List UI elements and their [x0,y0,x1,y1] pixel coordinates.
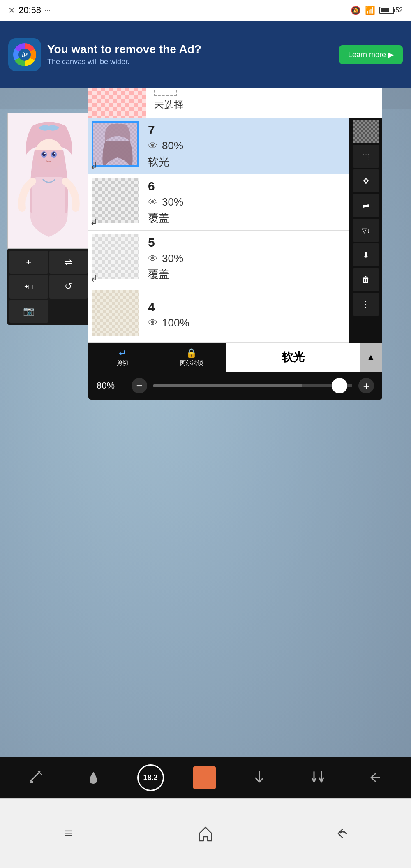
close-icon: ✕ [8,5,15,15]
arrow-down-button[interactable] [245,763,274,792]
ad-subtitle: The canvas will be wider. [47,58,333,66]
layer-5-opacity: 30% [162,252,183,265]
merge-button[interactable]: ▽↓ [353,219,379,242]
layer-panel-bottom-bar: ↵ 剪切 🔒 阿尔法锁 软光 ▲ [88,343,382,372]
arrow-down-alt-button[interactable] [303,763,332,792]
layer-6-thumb-inner [92,178,139,223]
opacity-fill [153,384,302,387]
ad-banner: iP You want to remove the Ad? The canvas… [0,21,411,88]
svg-rect-2 [32,177,65,218]
blend-mode-display[interactable]: 软光 [226,343,360,372]
add-shape-button[interactable]: +□ [9,275,48,298]
opacity-slider-section: 80% − + [88,372,382,400]
layer-4-thumb [88,287,142,342]
ad-logo: iP [8,38,41,71]
layer-5-eye-row: 👁 30% [148,252,343,265]
home-button[interactable] [189,817,222,850]
checker-pattern-button[interactable] [353,120,379,143]
layer-4-visibility-icon[interactable]: 👁 [148,317,158,329]
opacity-decrease-button[interactable]: − [132,378,147,393]
layer-6-number: 6 [148,179,343,193]
clip-label: 剪切 [117,359,128,367]
opacity-increase-button[interactable]: + [358,378,374,393]
system-nav-bar: ≡ [0,798,411,868]
status-bar: ✕ 20:58 ··· 🔕 📶 52 [0,0,411,21]
layer-7-visibility-icon[interactable]: 👁 [148,140,158,152]
status-time: 20:58 [18,5,41,16]
right-tools-panel: ⬚ ✥ ⇌ ▽↓ ⬇ 🗑 ⋮ [349,118,382,343]
delete-button[interactable]: 🗑 [353,268,379,291]
menu-button[interactable]: ≡ [52,817,85,850]
color-swatch[interactable] [193,766,216,789]
layer-5-blend: 覆盖 [148,267,343,282]
alpha-lock-button[interactable]: 🔒 阿尔法锁 [157,343,226,372]
app-bottom-toolbar: 18.2 [0,757,411,798]
flip-horizontal-button[interactable]: ⇌ [353,194,379,217]
opacity-value: 80% [97,380,125,391]
battery-indicator: 52 [379,7,403,14]
layer-4-number: 4 [148,300,343,314]
alpha-lock-icon: 🔒 [186,348,197,359]
svg-point-7 [44,153,46,154]
svg-marker-14 [30,781,33,783]
layer-5-clip-arrow: ↲ [90,273,97,284]
layer-row-4[interactable]: 4 👁 100% [88,287,349,343]
mini-tools-panel: + ⇌ +□ ↺ 📷 [7,249,90,325]
layer-6-visibility-icon[interactable]: 👁 [148,197,158,208]
layer-preview-panel [7,113,90,249]
clip-button[interactable]: ↵ 剪切 [88,343,157,372]
layer-6-clip-arrow: ↲ [90,217,97,228]
clip-icon: ↵ [119,348,126,359]
ad-text-block: You want to remove the Ad? The canvas wi… [47,43,333,66]
layer-7-details: 7 👁 80% 软光 [142,118,349,174]
unselected-label: 未选择 [154,98,374,111]
layer-5-thumb-inner [92,234,139,279]
layer-7-thumb-inner [92,121,139,167]
flip-button[interactable]: ⇌ [49,251,88,274]
layer-row-6[interactable]: ↲ 6 👁 30% 覆盖 [88,174,349,231]
opacity-knob[interactable] [332,378,347,393]
wifi-icon: 📶 [365,5,375,15]
ad-logo-text: iP [18,49,31,61]
layer-7-opacity: 80% [162,139,183,152]
layer-4-thumb-inner [92,290,139,336]
layer-row-5[interactable]: ↲ 5 👁 30% 覆盖 [88,231,349,287]
alpha-lock-label: 阿尔法锁 [180,359,203,367]
layers-list: ↲ 7 👁 80% 软光 [88,118,349,343]
preview-image [8,113,90,249]
back-arrow-button[interactable] [361,763,390,792]
notification-icon: 🔕 [351,5,361,15]
reference-button[interactable]: ⬚ [353,145,379,168]
add-layer-button[interactable]: + [9,251,48,274]
empty-cell [49,300,88,323]
move-button[interactable]: ✥ [353,169,379,192]
layer-7-eye-row: 👁 80% [148,139,343,152]
layer-6-opacity: 30% [162,196,183,208]
ad-title: You want to remove the Ad? [47,43,333,56]
brush-size-indicator[interactable]: 18.2 [137,764,164,791]
svg-line-13 [31,772,40,781]
layer-6-blend: 覆盖 [148,211,343,225]
layer-7-thumb: ↲ [88,118,142,174]
battery-level: 52 [395,7,403,14]
camera-button[interactable]: 📷 [9,300,48,323]
more-options-button[interactable]: ⋮ [353,293,379,316]
layer-5-number: 5 [148,236,343,250]
layer-6-eye-row: 👁 30% [148,196,343,208]
rotate-button[interactable]: ↺ [49,275,88,298]
move-down-button[interactable]: ⬇ [353,243,379,266]
layer-5-visibility-icon[interactable]: 👁 [148,253,158,264]
status-dots: ··· [44,6,51,15]
layer-4-opacity: 100% [162,317,189,329]
brush-tool-button[interactable] [21,763,50,792]
layer-4-details: 4 👁 100% [142,287,349,342]
layer-5-thumb: ↲ [88,231,142,287]
learn-more-button[interactable]: Learn more ▶ [339,45,403,64]
layer-7-number: 7 [148,123,343,137]
layer-row-7[interactable]: ↲ 7 👁 80% 软光 [88,118,349,174]
water-drop-button[interactable] [79,763,108,792]
opacity-track[interactable] [153,384,352,387]
back-nav-button[interactable] [326,817,359,850]
scroll-up-button[interactable]: ▲ [360,343,382,372]
layer-4-eye-row: 👁 100% [148,317,343,329]
